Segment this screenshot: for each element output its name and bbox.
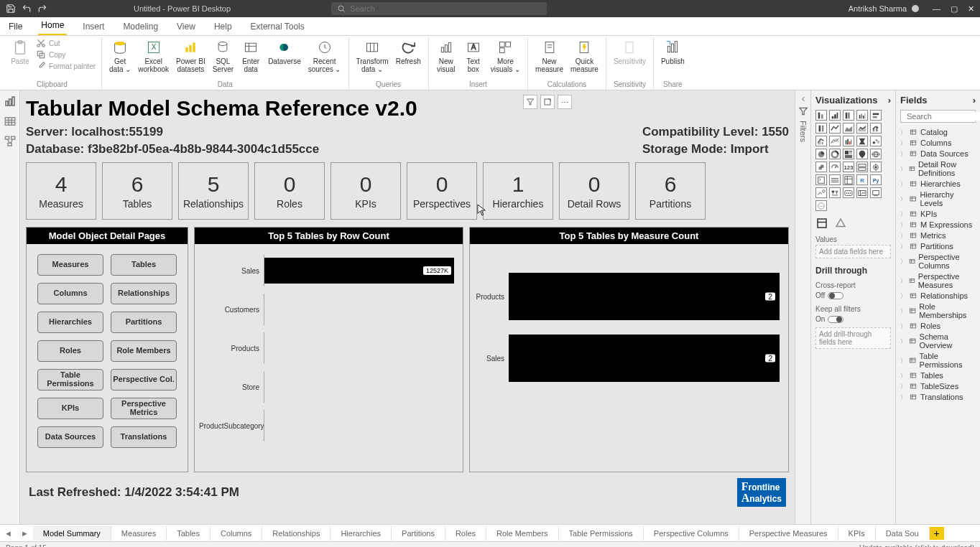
page-tab[interactable]: Role Members bbox=[486, 526, 559, 541]
format-tab-icon[interactable] bbox=[834, 217, 847, 230]
nav-button[interactable]: Data Sources bbox=[37, 426, 103, 448]
viz-type-icon[interactable]: ⋯ bbox=[815, 200, 827, 211]
viz-type-icon[interactable] bbox=[843, 149, 854, 159]
metric-card[interactable]: 4Measures bbox=[26, 162, 96, 220]
field-table[interactable]: 〉KPIs bbox=[900, 209, 976, 219]
viz-type-icon[interactable] bbox=[856, 123, 868, 134]
field-table[interactable]: 〉Table Permissions bbox=[900, 351, 976, 370]
format-painter-button[interactable]: Format painter bbox=[34, 60, 97, 72]
redo-icon[interactable] bbox=[37, 4, 47, 14]
filter-visual-icon[interactable] bbox=[523, 95, 537, 109]
page-tab[interactable]: Tables bbox=[167, 526, 211, 541]
page-tab[interactable]: KPIs bbox=[838, 526, 876, 541]
viz-type-icon[interactable] bbox=[843, 187, 854, 198]
chevron-right-icon[interactable]: › bbox=[888, 95, 891, 106]
field-table[interactable]: 〉Partitions bbox=[900, 241, 976, 251]
viz-type-icon[interactable] bbox=[870, 149, 882, 159]
viz-type-icon[interactable] bbox=[856, 110, 868, 121]
maximize-button[interactable]: ▢ bbox=[951, 4, 958, 14]
more-visuals-button[interactable]: More visuals ⌄ bbox=[488, 37, 523, 75]
viz-type-icon[interactable] bbox=[829, 123, 841, 134]
ribbon-tab-home[interactable]: Home bbox=[38, 17, 67, 35]
cross-report-toggle[interactable]: Off bbox=[815, 291, 891, 299]
drill-through-well[interactable]: Add drill-through fields here bbox=[815, 327, 891, 349]
title-search[interactable] bbox=[331, 2, 547, 15]
cut-button[interactable]: Cut bbox=[34, 37, 97, 49]
undo-icon[interactable] bbox=[22, 4, 32, 14]
chart1-body[interactable]: Sales12527KCustomersProductsStoreProduct… bbox=[195, 244, 463, 472]
page-prev-button[interactable]: ◄ bbox=[0, 529, 17, 538]
metric-card[interactable]: 0Perspectives bbox=[407, 162, 477, 220]
viz-type-icon[interactable]: Py bbox=[870, 174, 882, 185]
nav-button[interactable]: Translations bbox=[111, 426, 177, 448]
copy-button[interactable]: Copy bbox=[34, 49, 97, 60]
viz-type-icon[interactable] bbox=[829, 136, 841, 146]
report-view-icon[interactable] bbox=[4, 95, 17, 108]
paste-button[interactable]: Paste bbox=[7, 37, 33, 67]
metric-card[interactable]: 6Tables bbox=[102, 162, 172, 220]
excel-button[interactable]: XExcel workbook bbox=[135, 37, 172, 75]
enter-data-button[interactable]: Enter data bbox=[238, 37, 264, 75]
viz-type-icon[interactable] bbox=[856, 187, 868, 198]
pbi-datasets-button[interactable]: Power BI datasets bbox=[173, 37, 208, 75]
nav-button[interactable]: Tables bbox=[111, 254, 177, 276]
viz-type-icon[interactable] bbox=[815, 187, 827, 198]
focus-visual-icon[interactable] bbox=[540, 95, 555, 109]
viz-type-icon[interactable] bbox=[856, 149, 868, 159]
new-visual-button[interactable]: New visual bbox=[433, 37, 459, 75]
nav-button[interactable]: Measures bbox=[37, 254, 103, 276]
viz-type-icon[interactable] bbox=[870, 110, 882, 121]
user-account[interactable]: Antriksh Sharma bbox=[849, 4, 920, 13]
metric-card[interactable]: 5Relationships bbox=[178, 162, 249, 220]
metric-card[interactable]: 1Hierarchies bbox=[483, 162, 553, 220]
model-view-icon[interactable] bbox=[4, 135, 17, 148]
field-table[interactable]: 〉Tables bbox=[900, 370, 976, 380]
new-measure-button[interactable]: New measure bbox=[532, 37, 566, 75]
viz-type-icon[interactable] bbox=[870, 162, 882, 172]
viz-type-icon[interactable] bbox=[856, 136, 868, 146]
viz-type-icon[interactable] bbox=[815, 110, 827, 121]
field-table[interactable]: 〉M Expressions bbox=[900, 220, 976, 230]
field-table[interactable]: 〉Metrics bbox=[900, 230, 976, 240]
viz-type-icon[interactable] bbox=[870, 136, 882, 146]
values-well[interactable]: Add data fields here bbox=[815, 245, 891, 258]
ribbon-tab-help[interactable]: Help bbox=[211, 18, 235, 35]
sensitivity-button[interactable]: Sensitivity bbox=[611, 37, 649, 75]
field-table[interactable]: 〉Hierarchy Levels bbox=[900, 190, 976, 208]
field-table[interactable]: 〉Schema Overview bbox=[900, 332, 976, 350]
metric-card[interactable]: 6Partitions bbox=[635, 162, 706, 220]
page-next-button[interactable]: ► bbox=[17, 529, 33, 538]
quick-measure-button[interactable]: Quick measure bbox=[568, 37, 601, 75]
update-notice[interactable]: Update available (click to download) bbox=[859, 544, 974, 547]
viz-type-icon[interactable] bbox=[829, 110, 841, 121]
page-tab[interactable]: Relationships bbox=[262, 526, 330, 541]
field-table[interactable]: 〉Catalog bbox=[900, 127, 976, 137]
field-table[interactable]: 〉TableSizes bbox=[900, 381, 976, 391]
page-tab[interactable]: Measures bbox=[111, 526, 167, 541]
viz-type-icon[interactable] bbox=[870, 123, 882, 134]
field-table[interactable]: 〉Role Memberships bbox=[900, 301, 976, 320]
nav-button[interactable]: Table Permissions bbox=[37, 369, 103, 391]
viz-type-icon[interactable]: 123 bbox=[843, 162, 854, 172]
viz-type-icon[interactable] bbox=[843, 110, 854, 121]
field-table[interactable]: 〉Hierarchies bbox=[900, 179, 976, 189]
field-table[interactable]: 〉Data Sources bbox=[900, 149, 976, 159]
viz-type-icon[interactable] bbox=[829, 162, 841, 172]
page-tab[interactable]: Hierarchies bbox=[330, 526, 392, 541]
page-tab[interactable]: Partitions bbox=[392, 526, 445, 541]
viz-type-icon[interactable]: R bbox=[856, 174, 868, 185]
viz-type-icon[interactable] bbox=[829, 174, 841, 185]
viz-type-icon[interactable] bbox=[815, 136, 827, 146]
field-table[interactable]: 〉Relationships bbox=[900, 291, 976, 301]
nav-button[interactable]: KPIs bbox=[37, 398, 103, 419]
viz-type-icon[interactable] bbox=[815, 149, 827, 159]
data-view-icon[interactable] bbox=[4, 115, 17, 128]
more-options-icon[interactable]: ⋯ bbox=[558, 95, 572, 109]
get-data-button[interactable]: Get data ⌄ bbox=[106, 37, 134, 75]
viz-type-icon[interactable] bbox=[815, 162, 827, 172]
viz-type-icon[interactable] bbox=[829, 149, 841, 159]
report-canvas[interactable]: ⋯ Tabular Model Schema Reference v2.0 Se… bbox=[20, 90, 795, 524]
viz-type-icon[interactable] bbox=[843, 123, 854, 134]
page-tab[interactable]: Perspective Columns bbox=[644, 526, 739, 541]
minimize-button[interactable]: — bbox=[933, 4, 940, 14]
